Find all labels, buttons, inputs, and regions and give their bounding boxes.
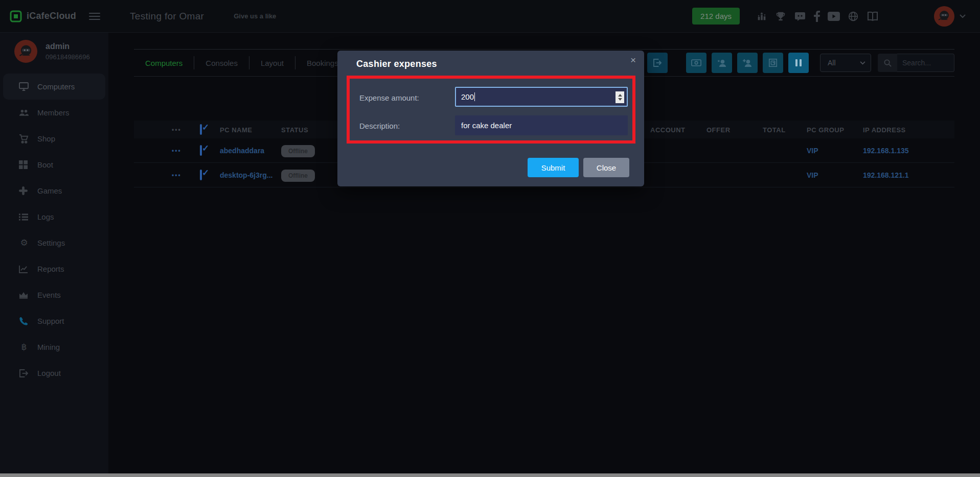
filter-dropdown[interactable]: All xyxy=(820,54,871,72)
expense-amount-label: Expense amount: xyxy=(359,93,419,102)
search-input[interactable] xyxy=(897,54,954,72)
windows-icon xyxy=(19,160,29,169)
tab-layout[interactable]: Layout xyxy=(249,56,295,69)
phone-icon xyxy=(19,317,29,326)
spinner-down-icon[interactable] xyxy=(618,98,622,101)
pause-button[interactable] xyxy=(788,53,809,73)
screenshot-button[interactable] xyxy=(763,53,783,73)
offer-header[interactable]: OFFER xyxy=(706,126,731,133)
sidebar-item-games[interactable]: Games xyxy=(3,178,105,204)
description-input[interactable]: for cake dealer xyxy=(455,115,628,135)
sidebar: admin 096184986696 Computers Members Sho… xyxy=(0,33,108,473)
cash-icon xyxy=(691,59,701,66)
chevron-down-icon xyxy=(860,61,865,65)
number-spinner[interactable] xyxy=(616,91,624,103)
sidebar-item-shop[interactable]: Shop xyxy=(3,126,105,152)
monitor-icon xyxy=(19,82,29,91)
add-user-button[interactable] xyxy=(737,53,758,73)
docs-book-icon[interactable] xyxy=(867,11,879,21)
globe-icon[interactable] xyxy=(848,11,859,22)
sidebar-item-label: Computers xyxy=(37,82,75,91)
status-badge: Offline xyxy=(281,145,315,157)
crown-icon xyxy=(19,292,29,299)
bottom-scrollbar[interactable] xyxy=(0,473,980,477)
tab-consoles[interactable]: Consoles xyxy=(194,56,249,69)
status-badge: Offline xyxy=(281,170,315,182)
sidebar-item-logout[interactable]: Logout xyxy=(3,360,105,386)
logo[interactable]: iCafeCloud xyxy=(0,10,108,23)
spinner-up-icon[interactable] xyxy=(618,94,622,97)
pc-group-header[interactable]: PC GROUP xyxy=(807,126,844,133)
give-us-a-like-link[interactable]: Give us a like xyxy=(234,12,276,20)
sidebar-item-support[interactable]: Support xyxy=(3,308,105,334)
pc-name-link[interactable]: abedhaddara xyxy=(220,147,264,155)
submit-button[interactable]: Submit xyxy=(528,158,579,177)
expense-amount-input[interactable]: 200 xyxy=(455,87,628,107)
logout-icon xyxy=(19,369,29,377)
sidebar-item-reports[interactable]: Reports xyxy=(3,256,105,282)
row-checkbox[interactable] xyxy=(200,170,202,180)
description-label: Description: xyxy=(359,122,400,130)
vip-user-button[interactable] xyxy=(712,53,732,73)
gamepad-icon xyxy=(19,186,29,195)
sidebar-item-label: Settings xyxy=(37,238,65,247)
logo-text: iCafeCloud xyxy=(27,11,76,21)
sidebar-item-label: Shop xyxy=(37,134,55,143)
pc-group-link[interactable]: VIP xyxy=(807,171,818,179)
checkout-button[interactable] xyxy=(647,53,668,73)
sidebar-user-avatar xyxy=(14,40,37,63)
ip-address-link[interactable]: 192.168.121.1 xyxy=(863,171,909,179)
trophy-icon[interactable] xyxy=(775,11,786,22)
total-header[interactable]: TOTAL xyxy=(763,126,786,133)
close-button[interactable]: Close xyxy=(583,158,629,177)
sidebar-item-computers[interactable]: Computers xyxy=(3,74,105,100)
ip-address-header[interactable]: IP ADDRESS xyxy=(863,126,906,133)
star-person-icon xyxy=(717,59,727,67)
chevron-down-icon xyxy=(960,14,966,18)
sidebar-item-label: Mining xyxy=(37,343,60,351)
page-title: Testing for Omar xyxy=(130,11,204,22)
pc-name-header[interactable]: PC NAME xyxy=(220,126,252,133)
pc-name-link[interactable]: desktop-6j3rg... xyxy=(220,171,272,179)
chart-icon xyxy=(19,265,29,273)
subscription-days-badge[interactable]: 212 days xyxy=(692,8,740,25)
select-all-checkbox[interactable] xyxy=(200,124,202,135)
cash-button[interactable] xyxy=(686,53,706,73)
box-arrow-icon xyxy=(653,59,662,67)
sidebar-item-label: Events xyxy=(37,291,61,299)
row-actions-button[interactable]: ••• xyxy=(172,147,181,154)
sidebar-item-mining[interactable]: ฿ Mining xyxy=(3,334,105,360)
pc-group-link[interactable]: VIP xyxy=(807,147,818,155)
account-header[interactable]: ACCOUNT xyxy=(650,126,686,133)
ip-address-link[interactable]: 192.168.1.135 xyxy=(863,147,909,155)
description-value: for cake dealer xyxy=(461,121,512,130)
sidebar-item-logs[interactable]: Logs xyxy=(3,204,105,230)
account-menu[interactable] xyxy=(934,6,966,27)
expense-amount-value: 200 xyxy=(461,92,474,101)
ranking-icon[interactable] xyxy=(756,11,767,22)
facebook-icon[interactable] xyxy=(814,11,820,22)
youtube-icon[interactable] xyxy=(828,12,840,21)
bitcoin-icon: ฿ xyxy=(19,343,29,351)
sidebar-item-label: Boot xyxy=(37,160,53,169)
sidebar-username: admin xyxy=(45,42,90,51)
sidebar-item-members[interactable]: Members xyxy=(3,100,105,126)
sidebar-item-events[interactable]: Events xyxy=(3,282,105,308)
row-actions-button[interactable]: ••• xyxy=(172,172,181,179)
row-checkbox[interactable] xyxy=(200,145,202,156)
hamburger-menu-icon[interactable] xyxy=(89,11,100,22)
status-header[interactable]: STATUS xyxy=(281,126,308,133)
text-cursor xyxy=(474,92,475,101)
members-icon xyxy=(19,109,29,116)
sidebar-item-label: Members xyxy=(37,108,70,117)
sidebar-item-settings[interactable]: ⚙ Settings xyxy=(3,230,105,256)
sidebar-item-boot[interactable]: Boot xyxy=(3,152,105,178)
close-icon[interactable]: × xyxy=(630,55,636,66)
modal-title: Cashier expenses xyxy=(356,59,437,69)
discord-icon[interactable] xyxy=(794,10,806,22)
tab-computers[interactable]: Computers xyxy=(134,56,194,69)
user-avatar xyxy=(934,6,954,27)
highlight-red-box: Expense amount: 200 Description: for cak… xyxy=(347,76,635,144)
sidebar-user-phone: 096184986696 xyxy=(45,53,90,61)
top-header: iCafeCloud Testing for Omar Give us a li… xyxy=(0,0,980,33)
